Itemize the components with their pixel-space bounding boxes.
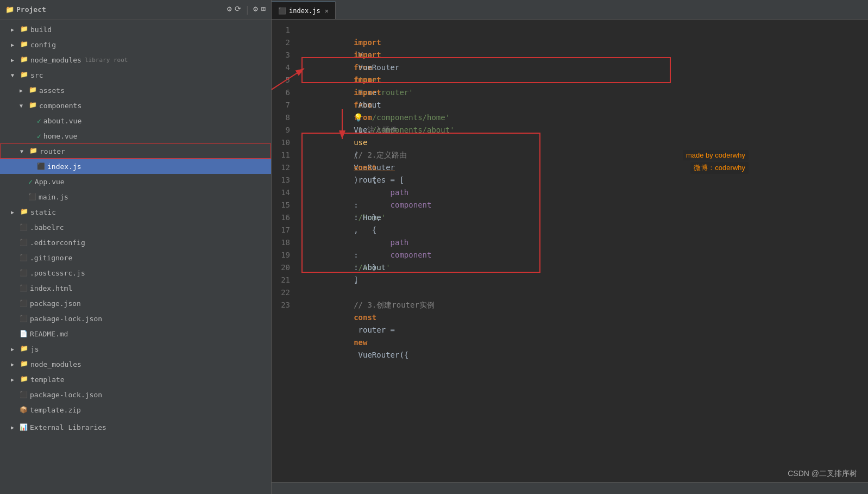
tab-bar: ⬛ index.js ✕ [272,0,868,20]
code-line-22: // 3.创建router实例 [299,286,857,299]
tree-item-index-html[interactable]: ⬛ index.html [0,280,271,296]
tree-item-components[interactable]: ▼ 📁 components [0,98,271,113]
json-icon-lock2: ⬛ [20,391,28,398]
tree-item-home-vue[interactable]: ✓ home.vue [0,128,271,143]
ln-4: 4 [272,61,290,74]
tree-item-template-zip[interactable]: 📦 template.zip [0,402,271,417]
ln-23: 23 [272,299,290,311]
code-line-16: { [299,211,857,224]
tree-item-app-vue[interactable]: ✓ App.vue [0,174,271,189]
ln-9: 9 [272,124,290,136]
code-line-12: { [299,161,857,174]
folder-icon-router: 📁 [29,147,37,155]
code-line-17: path : '/about' , [299,224,857,236]
tree-item-template[interactable]: ▶ 📁 template [0,372,271,387]
code-line-7: 💡 1.注入插件 [299,99,857,111]
code-line-3 [299,49,857,61]
external-icon: 📊 [20,423,28,431]
sidebar-icons: ⚙ ⟳ | ⚙ ⊞ [227,4,266,15]
folder-icon-node-modules: 📁 [20,55,28,64]
vue-icon-home: ✓ [37,132,41,140]
code-line-8: Vue. use ( VueRouter ) [299,111,857,124]
folder-icon-assets: 📁 [28,86,37,95]
config-icon-git: ⬛ [20,254,28,261]
code-line-20: ] [299,261,857,274]
refresh-icon[interactable]: ⟳ [235,4,241,15]
tree-item-node-modules-root[interactable]: ▶ 📁 node_modules library root [0,52,271,67]
ln-12: 12 [272,161,290,174]
zip-icon: 📦 [20,406,28,414]
code-line-18: component : About [299,236,857,249]
tree-item-package-lock-json[interactable]: ⬛ package-lock.json [0,311,271,326]
config-icon-babelrc: ⬛ [20,223,28,231]
tab-label: index.js [289,7,320,15]
settings-icon[interactable]: ⚙ [227,4,231,15]
js-icon-index: ⬛ [37,162,45,170]
js-icon-postcss: ⬛ [20,269,28,277]
tree-item-main-js[interactable]: ⬛ main.js [0,189,271,204]
annotation-weibo: 微博：coderwhy [690,162,749,174]
code-container: 1 2 3 4 5 6 7 8 9 10 11 12 13 14 15 16 1 [272,20,868,346]
tree-arrow-router: ▼ [20,148,27,154]
tree-item-build[interactable]: ▶ 📁 build [0,22,271,37]
folder-icon-src: 📁 [20,71,28,79]
tree-item-postcssrc[interactable]: ⬛ .postcssrc.js [0,265,271,280]
ln-17: 17 [272,224,290,236]
code-line-21 [299,274,857,286]
ln-3: 3 [272,49,290,61]
tree-item-router[interactable]: ▼ 📁 router [0,143,271,159]
tree-item-node-modules-2[interactable]: ▶ 📁 node_modules [0,357,271,372]
tree-item-package-lock-2[interactable]: ⬛ package-lock.json [0,387,271,402]
annotation-made-by: made by coderwhy [683,150,749,160]
project-icon: 📁 [5,5,14,14]
code-line-9 [299,124,857,136]
code-scroll-area[interactable]: 1 2 3 4 5 6 7 8 9 10 11 12 13 14 15 16 1 [272,20,868,482]
code-line-4: import Home from '../components/home' [299,61,857,74]
folder-icon-static: 📁 [20,208,28,216]
tree-item-gitignore[interactable]: ⬛ .gitignore [0,250,271,265]
sidebar-header: 📁 Project ⚙ ⟳ | ⚙ ⊞ [0,0,271,20]
sidebar-tree: ▶ 📁 build ▶ 📁 config ▶ 📁 node_modules li… [0,20,271,494]
code-line-5: import About from '../components/about' [299,74,857,86]
tree-item-js-folder[interactable]: ▶ 📁 js [0,341,271,357]
tree-item-index-js[interactable]: ⬛ index.js [0,159,271,174]
tab-close-btn[interactable]: ✕ [325,7,329,15]
code-line-11: const routes = [ [299,149,857,161]
ln-1: 1 [272,24,290,36]
tree-item-config[interactable]: ▶ 📁 config [0,37,271,52]
ln-22: 22 [272,286,290,299]
ln-7: 7 [272,99,290,111]
code-line-2: import VueRouter from 'vue-router' [299,36,857,49]
gear-icon[interactable]: ⚙ [253,4,257,15]
tree-item-static[interactable]: ▶ 📁 static [0,204,271,220]
ln-11: 11 [272,149,290,161]
library-root-label: library root [85,57,128,64]
code-line-14: component : Home [299,186,857,199]
ln-21: 21 [272,274,290,286]
tree-item-package-json[interactable]: ⬛ package.json [0,296,271,311]
ln-20: 20 [272,261,290,274]
code-lines: import Vue from 'vue' import VueRouter f… [299,24,868,341]
tree-arrow-config: ▶ [11,42,17,48]
tree-item-babelrc[interactable]: ⬛ .babelrc [0,220,271,235]
ln-8: 8 [272,111,290,124]
expand-icon[interactable]: ⊞ [261,4,266,15]
tree-item-about-vue[interactable]: ✓ about.vue [0,113,271,128]
tree-arrow-static: ▶ [11,209,17,215]
line-numbers: 1 2 3 4 5 6 7 8 9 10 11 12 13 14 15 16 1 [272,24,299,341]
code-line-10: // 2.定义路由 [299,136,857,149]
tree-item-assets[interactable]: ▶ 📁 assets [0,83,271,98]
tree-item-external-libs[interactable]: ▶ 📊 External Libraries [0,420,271,435]
tree-arrow-assets: ▶ [20,87,26,93]
code-line-6 [299,86,857,99]
vue-icon-about: ✓ [37,117,41,125]
tree-item-src[interactable]: ▼ 📁 src [0,67,271,83]
ln-2: 2 [272,36,290,49]
ln-6: 6 [272,86,290,99]
tab-index-js[interactable]: ⬛ index.js ✕ [272,2,336,19]
tree-arrow-node-modules: ▶ [11,57,17,63]
vue-icon-app: ✓ [28,178,33,186]
ln-15: 15 [272,199,290,211]
tree-item-readme[interactable]: 📄 README.md [0,326,271,341]
tree-item-editorconfig[interactable]: ⬛ .editorconfig [0,235,271,250]
